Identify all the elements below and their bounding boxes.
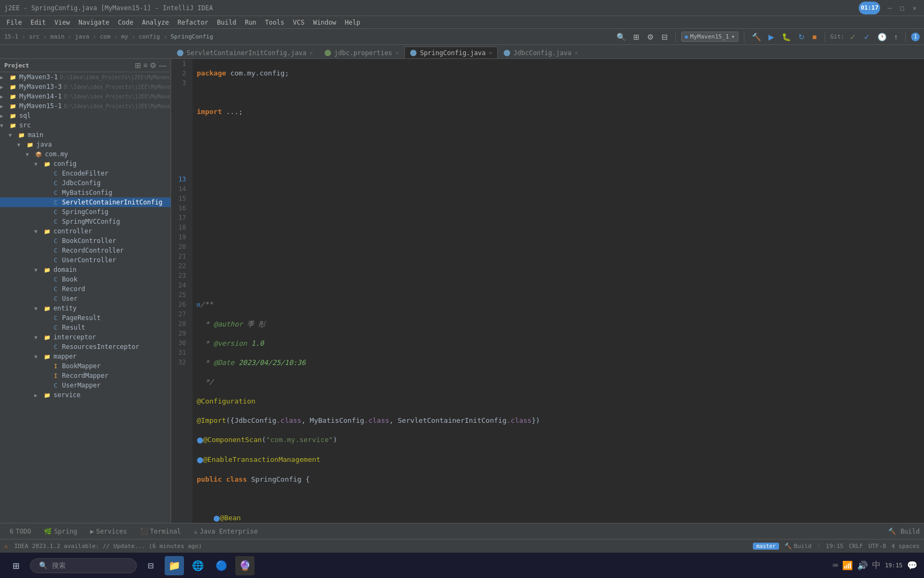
- editor-content[interactable]: 1 2 3 13 14 15 16 17 18 19 20 2: [171, 59, 924, 523]
- menu-view[interactable]: View: [50, 19, 74, 26]
- project-item-maven13[interactable]: ▶ 📁 MyMaven13-3 D:\Idea\idea_Projects\j2…: [0, 82, 171, 92]
- status-encoding[interactable]: UTF-8: [868, 543, 886, 550]
- toolbar-split-btn[interactable]: ⊟: [659, 32, 670, 42]
- tab-springconfig[interactable]: SpringConfig.java ✕: [404, 47, 498, 58]
- menu-navigate[interactable]: Navigate: [74, 19, 114, 26]
- run-btn[interactable]: ▶: [766, 32, 776, 42]
- toolbar-structure-btn[interactable]: ⊞: [631, 32, 642, 42]
- sidebar-expand-btn[interactable]: ⊞: [135, 61, 141, 70]
- tree-item-book-mapper[interactable]: I BookMapper: [0, 361, 171, 371]
- project-item-maven3[interactable]: ▶ 📁 MyMaven3-1 D:\Idea\idea_Projects\j2E…: [0, 72, 171, 82]
- tree-item-interceptor[interactable]: ▼ 📁 interceptor: [0, 332, 171, 342]
- tab-jdbcconfig[interactable]: JdbcConfig.java ✕: [498, 47, 583, 58]
- tab-close-springconfig[interactable]: ✕: [489, 50, 492, 56]
- tree-item-record-controller[interactable]: C RecordController: [0, 246, 171, 255]
- menu-run[interactable]: Run: [241, 19, 261, 26]
- rerun-btn[interactable]: ↻: [796, 32, 807, 42]
- menu-build[interactable]: Build: [213, 19, 241, 26]
- toolbar-search-btn[interactable]: 🔍: [614, 32, 628, 42]
- tree-item-domain[interactable]: ▼ 📁 domain: [0, 265, 171, 275]
- tree-item-spring-mvc[interactable]: C SpringMVCConfig: [0, 217, 171, 226]
- minimize-btn[interactable]: —: [884, 4, 895, 12]
- close-btn[interactable]: ✕: [910, 4, 920, 12]
- git-history-btn[interactable]: 🕐: [875, 32, 889, 42]
- debug-btn[interactable]: 🐛: [780, 32, 793, 42]
- tree-item-mybatis-config[interactable]: C MyBatisConfig: [0, 188, 171, 197]
- panel-tab-spring[interactable]: 🌿 Spring: [38, 527, 82, 536]
- tree-item-resources-interceptor[interactable]: C ResourcesInterceptor: [0, 342, 171, 352]
- maximize-btn[interactable]: □: [897, 4, 907, 12]
- git-push-btn[interactable]: ↑: [892, 32, 900, 42]
- tree-item-book-controller[interactable]: C BookController: [0, 236, 171, 246]
- project-selector[interactable]: ● MyMaven15_1 ▾: [681, 32, 739, 42]
- tree-item-com-my[interactable]: ▼ 📦 com.my: [0, 149, 171, 159]
- tree-item-user[interactable]: C User: [0, 294, 171, 303]
- tree-item-jdbc-config[interactable]: C JdbcConfig: [0, 178, 171, 188]
- task-view-btn[interactable]: ⊟: [141, 556, 160, 575]
- tree-item-page-result[interactable]: C PageResult: [0, 313, 171, 323]
- status-git[interactable]: master: [753, 543, 779, 550]
- tree-item-mapper[interactable]: ▼ 📁 mapper: [0, 352, 171, 361]
- tree-item-entity[interactable]: ▼ 📁 entity: [0, 303, 171, 313]
- git-commit-btn[interactable]: ✓: [861, 32, 872, 42]
- status-line-ending[interactable]: CRLF: [849, 543, 863, 550]
- git-check-btn[interactable]: ✓: [848, 32, 858, 42]
- taskbar-explorer-icon[interactable]: 📁: [165, 556, 184, 575]
- toolbar-settings-btn[interactable]: ⚙: [645, 32, 656, 42]
- tree-item-config[interactable]: ▼ 📁 config: [0, 159, 171, 169]
- menu-help[interactable]: Help: [341, 19, 365, 26]
- panel-tab-todo[interactable]: 6 TODO: [4, 527, 36, 536]
- tree-item-sql[interactable]: ▶ 📁 sql: [0, 111, 171, 120]
- tree-item-service[interactable]: ▶ 📁 service: [0, 390, 171, 400]
- taskbar-time[interactable]: 19:15: [885, 562, 903, 569]
- taskbar-idea-icon[interactable]: 🔮: [235, 556, 255, 575]
- tree-item-spring-config[interactable]: C SpringConfig: [0, 207, 171, 217]
- menu-edit[interactable]: Edit: [26, 19, 50, 26]
- tree-item-src[interactable]: ▼ 📁 src: [0, 120, 171, 130]
- panel-tab-java-enterprise[interactable]: ☕ Java Enterprise: [188, 527, 263, 536]
- sidebar-hide-btn[interactable]: —: [159, 61, 166, 70]
- tree-item-user-controller[interactable]: C UserController: [0, 255, 171, 265]
- status-build[interactable]: 🔨 Build: [784, 543, 812, 550]
- network-icon[interactable]: 📶: [842, 560, 853, 571]
- menu-vcs[interactable]: VCS: [289, 19, 309, 26]
- status-cursor[interactable]: 19:15: [826, 543, 843, 550]
- code-area[interactable]: package com.my.config; import ...; ⊟/** …: [192, 59, 924, 523]
- project-item-maven15[interactable]: ▶ 📁 MyMaven15-1 D:\Idea\idea_Projects\j2…: [0, 101, 171, 111]
- sidebar-collapse-btn[interactable]: ≡: [143, 61, 148, 70]
- tree-item-book[interactable]: C Book: [0, 275, 171, 284]
- stop-btn[interactable]: ■: [810, 32, 819, 42]
- volume-icon[interactable]: 🔊: [857, 560, 868, 571]
- tree-item-main[interactable]: ▼ 📁 main: [0, 130, 171, 140]
- tree-item-record-mapper[interactable]: I RecordMapper: [0, 371, 171, 381]
- windows-start-btn[interactable]: ⊞: [6, 556, 26, 575]
- tree-item-servlet-config[interactable]: C ServletContainerInitConfig: [0, 197, 171, 207]
- tree-item-encode-filter[interactable]: C EncodeFilter: [0, 169, 171, 178]
- menu-file[interactable]: File: [2, 19, 26, 26]
- menu-window[interactable]: Window: [309, 19, 340, 26]
- status-indent[interactable]: 4 spaces: [891, 543, 920, 550]
- tree-item-result[interactable]: C Result: [0, 323, 171, 332]
- tab-close-jdbcconfig[interactable]: ✕: [575, 50, 578, 56]
- panel-tab-terminal[interactable]: ⬛ Terminal: [135, 527, 187, 536]
- cjk-icon[interactable]: 中: [872, 560, 881, 571]
- tree-item-controller[interactable]: ▼ 📁 controller: [0, 226, 171, 236]
- taskbar-chrome-icon[interactable]: 🔵: [212, 556, 231, 575]
- menu-tools[interactable]: Tools: [261, 19, 289, 26]
- project-item-maven14[interactable]: ▶ 📁 MyMaven14-1 D:\Idea\idea_Projects\j2…: [0, 92, 171, 101]
- tree-item-java[interactable]: ▼ 📁 java: [0, 140, 171, 149]
- taskbar-search-box[interactable]: 🔍 搜索: [30, 558, 137, 573]
- tab-close-servlet[interactable]: ✕: [310, 50, 313, 56]
- taskbar-edge-icon[interactable]: 🌐: [188, 556, 207, 575]
- run-build-btn[interactable]: 🔨: [750, 32, 763, 42]
- panel-tab-services[interactable]: ▶ Services: [85, 527, 133, 536]
- sidebar-settings-btn[interactable]: ⚙: [150, 61, 157, 70]
- keyboard-icon[interactable]: ⌨: [833, 560, 838, 571]
- tree-item-record[interactable]: C Record: [0, 284, 171, 294]
- menu-code[interactable]: Code: [114, 19, 138, 26]
- menu-refactor[interactable]: Refactor: [173, 19, 213, 26]
- tab-servlet[interactable]: ServletContainerInitConfig.java ✕: [171, 47, 319, 58]
- tab-close-jdbc-props[interactable]: ✕: [395, 50, 398, 56]
- tree-item-user-mapper[interactable]: C UserMapper: [0, 381, 171, 390]
- window-controls[interactable]: — □ ✕: [884, 4, 920, 12]
